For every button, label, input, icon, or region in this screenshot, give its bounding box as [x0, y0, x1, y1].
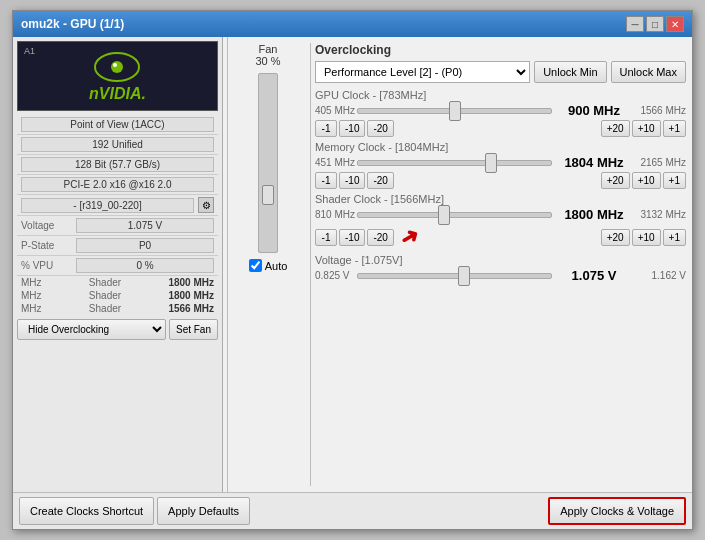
hide-overclocking-select[interactable]: Hide Overclocking	[17, 319, 166, 340]
main-row: Fan 30 % Auto Overclocking	[238, 43, 686, 486]
main-window: omu2k - GPU (1/1) ─ □ ✕ A1 nVIDIA.	[12, 10, 693, 530]
titlebar: omu2k - GPU (1/1) ─ □ ✕	[13, 11, 692, 37]
minimize-button[interactable]: ─	[626, 16, 644, 32]
unified-row: 192 Unified	[17, 135, 218, 155]
bandwidth-row: 128 Bit (57.7 GB/s)	[17, 155, 218, 175]
titlebar-controls: ─ □ ✕	[626, 16, 684, 32]
unlock-max-button[interactable]: Unlock Max	[611, 61, 686, 83]
bandwidth-value: 128 Bit (57.7 GB/s)	[21, 157, 214, 172]
shader-clock-slider[interactable]	[357, 212, 552, 218]
memory-clock-min: 451 MHz	[315, 157, 355, 168]
window-title: omu2k - GPU (1/1)	[21, 17, 124, 31]
main-panel: Fan 30 % Auto Overclocking	[232, 37, 692, 492]
perf-level-row: Performance Level [2] - (P0) Unlock Min …	[315, 61, 686, 83]
shader-plus1-button[interactable]: +1	[663, 229, 686, 246]
vertical-divider	[227, 37, 228, 492]
oc-title: Overclocking	[315, 43, 686, 57]
voltage-max: 1.162 V	[636, 270, 686, 281]
pstate-label: P-State	[21, 240, 76, 251]
gpu-minus20-button[interactable]: -20	[367, 120, 393, 137]
memory-clock-max: 2165 MHz	[636, 157, 686, 168]
vpu-label: % VPU	[21, 260, 76, 271]
logo-area: A1 nVIDIA.	[17, 41, 218, 111]
shader-row-3: MHz Shader 1566 MHz	[17, 302, 218, 315]
shader-sub-3: Shader	[89, 303, 121, 314]
shader-clock-min: 810 MHz	[315, 209, 355, 220]
memory-clock-group: Memory Clock - [1804MHz] 451 MHz 1804 MH…	[315, 141, 686, 189]
fan-label: Fan	[259, 43, 278, 55]
logo-wrapper: A1 nVIDIA.	[18, 42, 217, 110]
gear-icon[interactable]: ⚙	[198, 197, 214, 213]
mem-plus1-button[interactable]: +1	[663, 172, 686, 189]
auto-checkbox[interactable]	[249, 259, 262, 272]
memory-clock-header: Memory Clock - [1804MHz]	[315, 141, 686, 153]
shader-minus10-button[interactable]: -10	[339, 229, 365, 246]
gpu-clock-max: 1566 MHz	[636, 105, 686, 116]
memory-clock-current: 1804 MHz	[554, 155, 634, 170]
vpu-row: % VPU 0 %	[17, 256, 218, 276]
gpu-clock-current: 900 MHz	[554, 103, 634, 118]
apply-defaults-button[interactable]: Apply Defaults	[157, 497, 250, 525]
shader-plus20-button[interactable]: +20	[601, 229, 630, 246]
voltage-row: Voltage 1.075 V	[17, 216, 218, 236]
performance-level-select[interactable]: Performance Level [2] - (P0)	[315, 61, 530, 83]
vpu-value: 0 %	[76, 258, 214, 273]
gpu-minus10-button[interactable]: -10	[339, 120, 365, 137]
mem-minus10-button[interactable]: -10	[339, 172, 365, 189]
shader-row-2: MHz Shader 1800 MHz	[17, 289, 218, 302]
version-row: - [r319_00-220] ⚙	[17, 195, 218, 216]
auto-checkbox-row: Auto	[249, 259, 288, 272]
shader-clock-current: 1800 MHz	[554, 207, 634, 222]
mem-plus20-button[interactable]: +20	[601, 172, 630, 189]
mem-minus20-button[interactable]: -20	[367, 172, 393, 189]
nvidia-text: nVIDIA.	[89, 85, 146, 103]
gpu-plus10-button[interactable]: +10	[632, 120, 661, 137]
nvidia-eye-icon	[92, 50, 142, 85]
shader-clock-max: 3132 MHz	[636, 209, 686, 220]
fan-slider[interactable]	[258, 73, 278, 253]
close-button[interactable]: ✕	[666, 16, 684, 32]
mem-minus1-button[interactable]: -1	[315, 172, 337, 189]
voltage-group: Voltage - [1.075V] 0.825 V 1.075 V 1.162…	[315, 254, 686, 283]
shader-label-1: MHz	[21, 277, 42, 288]
shader-val-2: 1800 MHz	[168, 290, 214, 301]
unlock-min-button[interactable]: Unlock Min	[534, 61, 606, 83]
apply-clocks-voltage-button[interactable]: Apply Clocks & Voltage	[548, 497, 686, 525]
voltage-slider[interactable]	[357, 273, 552, 279]
shader-clock-group: Shader Clock - [1566MHz] 810 MHz 1800 MH…	[315, 193, 686, 250]
shader-val-3: 1566 MHz	[168, 303, 214, 314]
gpu-plus1-button[interactable]: +1	[663, 120, 686, 137]
shader-sub-2: Shader	[89, 290, 121, 301]
set-fan-button[interactable]: Set Fan	[169, 319, 218, 340]
voltage-header: Voltage - [1.075V]	[315, 254, 686, 266]
shader-label-3: MHz	[21, 303, 42, 314]
memory-clock-slider[interactable]	[357, 160, 552, 166]
gpu-clock-slider[interactable]	[357, 108, 552, 114]
bottom-bar: Create Clocks Shortcut Apply Defaults Ap…	[13, 492, 692, 529]
shader-sub-1: Shader	[89, 277, 121, 288]
memory-clock-label: Memory Clock - [1804MHz]	[315, 141, 448, 153]
shader-plus10-button[interactable]: +10	[632, 229, 661, 246]
gpu-plus20-button[interactable]: +20	[601, 120, 630, 137]
arrow-indicator: ➜	[395, 221, 424, 253]
shader-minus20-button[interactable]: -20	[367, 229, 393, 246]
create-clocks-shortcut-button[interactable]: Create Clocks Shortcut	[19, 497, 154, 525]
overclocking-section: Overclocking Performance Level [2] - (P0…	[315, 43, 686, 486]
sidebar-bottom-controls: Hide Overclocking Set Fan	[17, 319, 218, 340]
shader-minus1-button[interactable]: -1	[315, 229, 337, 246]
shader-clock-header: Shader Clock - [1566MHz]	[315, 193, 686, 205]
svg-point-2	[113, 63, 117, 67]
version-value: - [r319_00-220]	[21, 198, 194, 213]
maximize-button[interactable]: □	[646, 16, 664, 32]
shader-clock-label: Shader Clock - [1566MHz]	[315, 193, 444, 205]
mem-plus10-button[interactable]: +10	[632, 172, 661, 189]
pcie-value: PCI-E 2.0 x16 @x16 2.0	[21, 177, 214, 192]
sidebar: A1 nVIDIA. Point of View (1ACC) 192	[13, 37, 223, 492]
gpu-name-value: Point of View (1ACC)	[21, 117, 214, 132]
auto-label: Auto	[265, 260, 288, 272]
unified-value: 192 Unified	[21, 137, 214, 152]
gpu-minus1-button[interactable]: -1	[315, 120, 337, 137]
svg-point-1	[111, 61, 123, 73]
gpu-name-row: Point of View (1ACC)	[17, 115, 218, 135]
voltage-min: 0.825 V	[315, 270, 355, 281]
